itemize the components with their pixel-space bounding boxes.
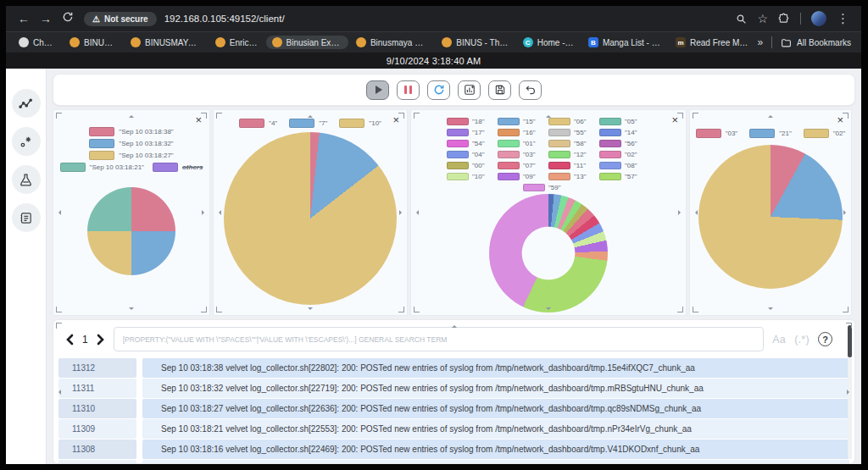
bookmark-item[interactable]: mRead Free Manga O... — [670, 36, 755, 49]
sidebar-item-trends[interactable] — [12, 89, 41, 118]
panel-arrow-up-icon[interactable] — [452, 323, 457, 328]
close-panel-icon[interactable]: × — [837, 114, 843, 125]
resize-handle-tr[interactable] — [846, 323, 852, 329]
bookmark-item[interactable]: Enrichment — [209, 36, 264, 49]
pie-chart-1[interactable] — [87, 187, 175, 275]
extensions-icon[interactable] — [778, 13, 790, 25]
legend-item[interactable]: "06" — [548, 117, 599, 126]
resize-handle-tl[interactable] — [414, 113, 420, 119]
legend-item[interactable]: "14" — [599, 128, 650, 137]
all-bookmarks-button[interactable]: All Bookmarks — [781, 37, 851, 48]
legend-item[interactable]: "7" — [289, 119, 327, 128]
legend-item[interactable]: "21" — [749, 129, 792, 138]
add-chart-button[interactable] — [458, 80, 481, 100]
legend-item[interactable]: "07" — [498, 161, 548, 170]
resize-handle-br[interactable] — [398, 307, 404, 312]
sidebar-item-experiments[interactable] — [12, 165, 41, 194]
bookmarks-overflow-icon[interactable]: » — [757, 36, 763, 48]
close-panel-icon[interactable]: × — [671, 114, 678, 125]
legend-item[interactable]: "Sep 10 03:18:21" — [60, 163, 144, 172]
panel-arrow-left-icon[interactable] — [216, 210, 221, 215]
resize-handle-tr[interactable] — [398, 113, 404, 119]
resize-handle-bl[interactable] — [414, 307, 420, 312]
sidebar-item-logs[interactable] — [12, 203, 41, 232]
panel-arrow-right-icon[interactable] — [678, 210, 683, 215]
sidebar-item-cluster[interactable] — [12, 127, 41, 156]
chrome-menu-icon[interactable]: ⋮ — [837, 11, 849, 26]
legend-item[interactable]: "57" — [599, 172, 650, 181]
panel-arrow-up-icon[interactable] — [546, 113, 551, 118]
legend-item[interactable]: "13" — [548, 172, 599, 181]
legend-item[interactable]: "15" — [498, 117, 548, 126]
url-text[interactable]: 192.168.0.105:49152/client/ — [164, 14, 285, 24]
panel-arrow-right-icon[interactable] — [843, 210, 849, 215]
legend-item[interactable]: others — [153, 163, 203, 172]
log-search-input[interactable] — [114, 327, 765, 351]
log-row[interactable]: 11307Sep 10 03:18:11 velvet log_collecto… — [58, 460, 849, 464]
bookmark-star-icon[interactable]: ☆ — [757, 12, 768, 25]
security-chip[interactable]: ⚠ Not secure — [84, 12, 157, 26]
profile-avatar[interactable] — [811, 11, 826, 26]
legend-item[interactable]: "18" — [447, 117, 498, 126]
panel-arrow-right-icon[interactable] — [399, 210, 404, 215]
panel-arrow-down-icon[interactable] — [129, 307, 134, 312]
resize-handle-br[interactable] — [677, 307, 683, 312]
resize-handle-bl[interactable] — [216, 307, 222, 312]
bookmark-item[interactable]: BINUSMAYA - MyD... — [125, 36, 208, 49]
panel-arrow-down-icon[interactable] — [546, 307, 551, 312]
legend-item[interactable]: "03" — [696, 129, 738, 138]
undo-button[interactable] — [519, 80, 542, 100]
legend-item[interactable]: "05" — [599, 117, 650, 126]
panel-arrow-left-icon[interactable] — [56, 390, 61, 395]
resize-handle-bl[interactable] — [693, 307, 698, 312]
legend-item[interactable]: "10" — [339, 119, 381, 128]
legend-item[interactable]: "Sep 10 03:18:27" — [89, 151, 173, 160]
resize-handle-br[interactable] — [843, 307, 849, 312]
legend-item[interactable]: "56" — [599, 139, 650, 148]
resize-handle-tl[interactable] — [693, 113, 698, 119]
log-row[interactable]: 11311Sep 10 03:18:32 velvet log_collecto… — [58, 379, 849, 398]
log-row[interactable]: 11309Sep 10 03:18:21 velvet log_collecto… — [58, 419, 849, 439]
legend-item[interactable]: "02" — [599, 150, 650, 159]
back-icon[interactable]: ← — [14, 6, 33, 31]
page-next-icon[interactable] — [97, 334, 105, 346]
legend-item[interactable]: "54" — [447, 139, 498, 148]
bookmark-item[interactable]: BManga List - Genres... — [582, 36, 668, 49]
legend-item[interactable]: "59" — [523, 183, 574, 192]
legend-item[interactable]: "12" — [548, 150, 599, 159]
legend-item[interactable]: "Sep 10 03:18:38" — [89, 127, 173, 136]
bookmark-item[interactable]: Binusmaya Practicum — [350, 36, 434, 49]
resize-handle-tr[interactable] — [843, 113, 849, 119]
legend-item[interactable]: "Sep 10 03:18:32" — [89, 139, 173, 148]
panel-arrow-up-icon[interactable] — [308, 113, 313, 118]
resize-handle-tl[interactable] — [56, 113, 62, 119]
panel-arrow-left-icon[interactable] — [56, 210, 61, 215]
panel-arrow-up-icon[interactable] — [129, 113, 134, 118]
legend-item[interactable]: "58" — [548, 139, 599, 148]
save-button[interactable] — [488, 80, 511, 100]
log-row[interactable]: 11312Sep 10 03:18:38 velvet log_collecto… — [58, 358, 849, 378]
search-icon[interactable] — [736, 14, 747, 25]
legend-item[interactable]: "02" — [804, 129, 846, 138]
legend-item[interactable]: "00" — [447, 161, 498, 170]
legend-item[interactable]: "03" — [498, 150, 548, 159]
panel-arrow-left-icon[interactable] — [414, 210, 419, 215]
omnibox[interactable]: ⚠ Not secure 192.168.0.105:49152/client/ — [81, 9, 729, 29]
close-panel-icon[interactable]: × — [195, 114, 202, 125]
panel-arrow-left-icon[interactable] — [693, 210, 698, 215]
legend-item[interactable]: "09" — [498, 172, 548, 181]
resize-handle-tr[interactable] — [201, 113, 207, 119]
match-case-toggle[interactable]: Aa — [772, 334, 786, 346]
log-row[interactable]: 11308Sep 10 03:18:16 velvet log_collecto… — [58, 440, 849, 459]
bookmark-item[interactable]: CHome - Canva — [517, 36, 581, 49]
legend-item[interactable]: "16" — [498, 128, 548, 137]
legend-item[interactable]: "08" — [599, 161, 650, 170]
forward-icon[interactable]: → — [36, 6, 55, 31]
refresh-button[interactable] — [427, 80, 450, 100]
legend-item[interactable]: "01" — [498, 139, 548, 148]
pause-button[interactable] — [397, 80, 420, 100]
resize-handle-bl[interactable] — [56, 307, 62, 312]
help-button[interactable]: ? — [818, 332, 832, 346]
resize-handle-tl[interactable] — [56, 323, 62, 329]
panel-arrow-down-icon[interactable] — [308, 307, 313, 312]
